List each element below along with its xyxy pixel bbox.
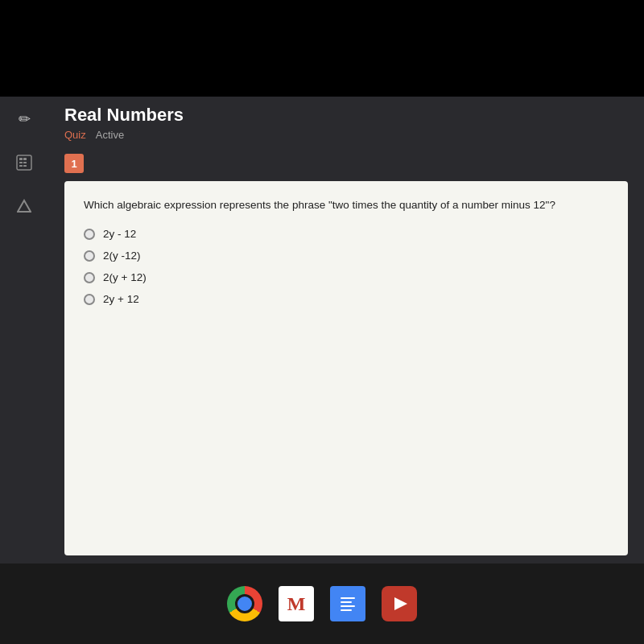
quiz-meta: Quiz Active (64, 129, 628, 141)
radio-a[interactable] (84, 229, 95, 240)
option-c-text: 2(y + 12) (103, 271, 147, 283)
top-black-bar (0, 0, 644, 97)
svg-rect-6 (23, 165, 27, 167)
svg-rect-2 (23, 158, 27, 160)
svg-rect-3 (19, 162, 23, 163)
pencil-icon[interactable]: ✏ (10, 105, 39, 134)
question-text: Which algebraic expression represents th… (84, 197, 609, 213)
quiz-label: Quiz (64, 129, 86, 141)
option-c[interactable]: 2(y + 12) (84, 271, 609, 283)
option-a-text: 2y - 12 (103, 228, 136, 240)
quiz-status: Active (96, 129, 124, 141)
option-d[interactable]: 2y + 12 (84, 293, 609, 305)
option-d-text: 2y + 12 (103, 293, 139, 305)
svg-rect-1 (19, 158, 23, 160)
main-content: Real Numbers Quiz Active 1 Which algebra… (48, 97, 644, 564)
question-card: Which algebraic expression represents th… (64, 181, 628, 555)
gmail-taskbar-icon[interactable]: M (279, 586, 314, 621)
gmail-letter: M (287, 593, 306, 615)
calculator-icon[interactable] (10, 148, 39, 177)
quiz-header: Real Numbers Quiz Active (64, 105, 628, 147)
chrome-taskbar-icon[interactable] (227, 586, 262, 621)
docs-line-3 (341, 605, 355, 607)
sidebar: ✏ (0, 97, 48, 564)
svg-rect-5 (19, 165, 23, 167)
screen: ✏ Real Numbers Quiz Active (0, 97, 644, 564)
taskbar: M (0, 564, 644, 644)
radio-b[interactable] (84, 250, 95, 262)
arrow-up-icon[interactable] (10, 192, 39, 221)
option-a[interactable]: 2y - 12 (84, 228, 609, 240)
option-b[interactable]: 2(y -12) (84, 250, 609, 262)
page-title: Real Numbers (64, 105, 628, 126)
docs-taskbar-icon[interactable] (330, 586, 365, 621)
radio-c[interactable] (84, 272, 95, 283)
option-b-text: 2(y -12) (103, 250, 141, 262)
youtube-play-icon (394, 597, 407, 610)
docs-line-2 (341, 601, 352, 603)
svg-rect-4 (23, 162, 27, 163)
docs-line-1 (341, 597, 355, 599)
youtube-taskbar-icon[interactable] (382, 586, 417, 621)
question-number-badge: 1 (64, 154, 84, 173)
svg-marker-7 (18, 200, 31, 212)
docs-line-4 (341, 609, 352, 611)
docs-lines (341, 597, 355, 611)
radio-d[interactable] (84, 294, 95, 305)
